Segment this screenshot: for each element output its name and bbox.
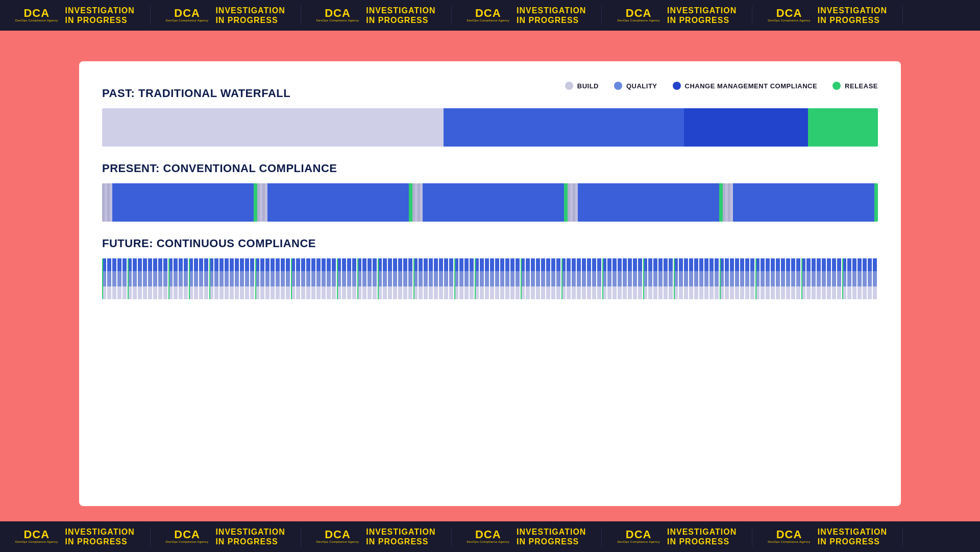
svg-rect-327 [658, 258, 663, 271]
svg-rect-204 [449, 258, 453, 271]
future-section: FUTURE: CONTINUOUS COMPLIANCE [102, 237, 878, 299]
svg-rect-66 [214, 258, 218, 271]
svg-rect-243 [516, 258, 520, 271]
present-section: PRESENT: CONVENTIONAL COMPLIANCE [102, 162, 878, 222]
svg-rect-496 [521, 258, 522, 299]
svg-rect-362 [715, 286, 719, 299]
svg-rect-157 [368, 271, 372, 286]
svg-rect-116 [296, 286, 300, 299]
svg-rect-69 [219, 258, 224, 271]
svg-rect-343 [684, 271, 688, 286]
svg-rect-230 [490, 286, 494, 299]
svg-rect-73 [225, 271, 229, 286]
svg-rect-196 [434, 271, 438, 286]
svg-rect-141 [342, 258, 346, 271]
dca-logo-sub: DevOps Compliance Agency [166, 540, 209, 544]
svg-rect-43 [174, 271, 178, 286]
svg-rect-88 [250, 271, 254, 286]
svg-rect-205 [449, 271, 453, 286]
svg-rect-175 [398, 271, 402, 286]
svg-rect-199 [439, 271, 443, 286]
svg-rect-391 [766, 271, 770, 286]
svg-rect-254 [531, 286, 535, 299]
svg-rect-77 [230, 286, 234, 299]
banner-unit: DCA DevOps Compliance Agency INVESTIGATI… [602, 6, 752, 25]
svg-rect-280 [577, 271, 581, 286]
svg-rect-371 [730, 286, 734, 299]
svg-rect-293 [597, 286, 601, 299]
svg-rect-229 [490, 271, 494, 286]
svg-rect-393 [771, 258, 775, 271]
svg-rect-133 [327, 271, 331, 286]
svg-rect-67 [214, 271, 218, 286]
svg-rect-128 [316, 286, 321, 299]
svg-rect-325 [653, 271, 657, 286]
svg-rect-115 [296, 271, 300, 286]
svg-rect-20 [133, 286, 137, 299]
legend-build: BUILD [565, 82, 599, 90]
svg-rect-56 [194, 286, 198, 299]
svg-rect-430 [832, 271, 836, 286]
present-title: PRESENT: CONVENTIONAL COMPLIANCE [102, 162, 878, 175]
svg-rect-110 [286, 286, 290, 299]
dca-logo: DCA DevOps Compliance Agency [166, 8, 209, 22]
svg-rect-313 [633, 271, 637, 286]
svg-rect-104 [276, 286, 280, 299]
svg-rect-401 [781, 286, 785, 299]
svg-rect-344 [684, 286, 688, 299]
svg-rect-269 [556, 286, 560, 299]
past-quality-segment [444, 108, 684, 147]
svg-rect-119 [301, 286, 305, 299]
svg-rect-100 [271, 271, 275, 286]
svg-rect-434 [837, 286, 841, 299]
svg-rect-153 [362, 258, 366, 271]
svg-rect-427 [827, 271, 831, 286]
svg-rect-9 [117, 258, 121, 271]
svg-rect-89 [250, 286, 254, 299]
svg-rect-213 [464, 258, 469, 271]
svg-rect-340 [679, 271, 683, 286]
svg-rect-143 [342, 286, 346, 299]
svg-rect-165 [383, 258, 387, 271]
legend-quality: QUALITY [614, 82, 657, 90]
svg-rect-223 [480, 271, 484, 286]
release-label: RELEASE [845, 82, 878, 90]
svg-rect-218 [470, 286, 474, 299]
svg-rect-250 [526, 271, 530, 286]
svg-rect-59 [199, 286, 203, 299]
dca-logo-text: DCA [325, 8, 351, 19]
banner-text: INVESTIGATIONIN PROGRESS [366, 6, 435, 25]
svg-rect-178 [403, 271, 407, 286]
svg-rect-423 [822, 258, 826, 271]
svg-rect-249 [526, 258, 530, 271]
svg-rect-487 [209, 258, 210, 299]
svg-rect-237 [505, 258, 509, 271]
svg-rect-238 [505, 271, 509, 286]
past-bar [102, 108, 878, 147]
svg-rect-330 [664, 258, 668, 271]
svg-rect-78 [235, 258, 239, 271]
svg-rect-268 [556, 271, 560, 286]
svg-rect-227 [485, 286, 489, 299]
svg-rect-123 [311, 258, 315, 271]
svg-rect-97 [265, 271, 270, 286]
dca-logo-sub: DevOps Compliance Agency [617, 540, 660, 544]
svg-rect-497 [561, 258, 562, 299]
svg-rect-206 [449, 286, 453, 299]
svg-rect-329 [658, 286, 663, 299]
svg-rect-415 [806, 271, 811, 286]
svg-rect-109 [286, 271, 290, 286]
past-build-segment [102, 108, 444, 147]
svg-rect-22 [138, 271, 142, 286]
svg-rect-489 [291, 258, 292, 299]
svg-rect-217 [470, 271, 474, 286]
svg-rect-47 [179, 286, 183, 299]
banner-unit: DCA DevOps Compliance Agency INVESTIGATI… [0, 6, 151, 25]
svg-rect-38 [163, 286, 167, 299]
dca-logo-sub: DevOps Compliance Agency [768, 540, 811, 544]
svg-rect-61 [204, 271, 208, 286]
svg-rect-378 [745, 258, 749, 271]
banner-text: INVESTIGATIONIN PROGRESS [366, 527, 435, 546]
svg-rect-502 [755, 258, 756, 299]
svg-rect-201 [444, 258, 448, 271]
